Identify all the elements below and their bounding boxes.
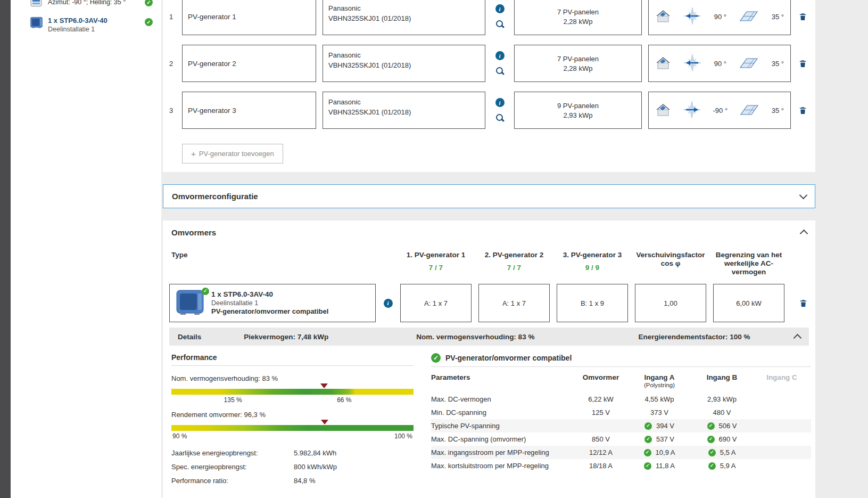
row-index: 2 [169,60,178,68]
col-input-c: Ingang C [753,373,811,381]
inverter-config-section-header[interactable]: Omvormerconfiguratie [163,184,815,208]
azimuth-value: 90 ° [714,13,726,21]
nominal-power-ratio: Nom. vermogensverhouding: 83 % [416,333,534,341]
generator-name-input[interactable] [182,45,316,82]
sidebar-item-inverter[interactable]: 1 x STP6.0-3AV-40 Deelinstallatie 1 [11,13,161,37]
nominal-ratio-gauge: Nom. vermogensverhouding: 83 % 135 % 66 … [171,374,414,395]
panel-power: 2,28 kWp [564,64,593,72]
column-type: Type [169,251,400,259]
delete-inverter-button[interactable] [799,298,808,308]
inverters-section-header[interactable]: Omvormers [169,228,809,237]
azimuth-value: 90 ° [714,60,726,68]
column-gen3: 3. PV-generator 3 9 / 9 [557,251,628,272]
stat-value: 84,8 % [294,477,414,485]
stat-label: Jaarlijkse energieopbrengst: [171,449,294,457]
panel-count: 9 PV-panelen [557,102,599,110]
stat-label: Performance ratio: [171,477,294,485]
check-icon [644,436,652,443]
orientation-field[interactable]: -90 ° 35 ° [648,92,791,129]
search-module-icon[interactable] [495,113,505,123]
module-select-field[interactable]: Panasonic VBHN325SKJ01 (01/2018) [323,45,485,82]
gauge-track: 135 % 66 % [171,389,414,395]
module-brand: Panasonic [328,97,480,107]
stat-value: 5.982,84 kWh [294,449,414,457]
panel-count-field[interactable]: 7 PV-panelen 2,28 kWp [514,45,642,82]
info-icon[interactable] [384,299,393,308]
performance-title: Performance [171,353,414,362]
gauge-tick: 90 % [172,432,187,440]
tilt-value: 35 ° [772,60,784,68]
gen1-string-config[interactable]: A: 1 x 7 [400,284,472,322]
ac-limit-value[interactable]: 6,00 kW [713,284,784,322]
col-input-a-sub: (Polystring) [627,381,691,389]
search-module-icon[interactable] [495,67,505,76]
compass-icon [683,101,700,120]
chevron-up-icon[interactable] [793,333,802,342]
check-icon [708,449,716,456]
check-icon [644,449,651,456]
gen2-string-count: 7 / 7 [478,264,550,272]
module-brand: Panasonic [328,3,480,13]
gen3-string-config[interactable]: B: 1 x 9 [557,284,628,322]
parameters-header-row: Parameters Omvormer Ingang A (Polystring… [431,373,811,389]
inverter-efficiency-gauge: Rendement omvormer: 96,3 % 90 % 100 % [171,411,414,431]
col-input-a: Ingang A (Polystring) [627,373,691,389]
pv-generator-row: 2 Panasonic VBHN325SKJ01 (01/2018) 7 PV-… [169,45,809,82]
sidebar-item-azimuth[interactable]: Azimut: -90 °; Helling: 35 ° [11,0,161,13]
check-icon [707,436,715,443]
panel-count-field[interactable]: 9 PV-panelen 2,93 kWp [514,92,642,129]
compass-icon [684,54,701,73]
generator-name-input[interactable] [182,0,316,35]
delete-generator-button[interactable] [798,59,807,69]
inverter-select-field[interactable]: 1 x STP6.0-3AV-40 Deelinstallatie 1 PV-g… [169,284,376,322]
chevron-down-icon[interactable] [799,191,808,200]
gauge-marker [320,383,328,388]
orientation-field[interactable]: 90 ° 35 ° [648,45,791,82]
inverter-status: PV-generator/omvormer compatibel [211,307,328,316]
details-label: Details [178,333,201,341]
module-select-field[interactable]: Panasonic VBHN325SKJ01 (01/2018) [323,0,485,35]
sidebar-azimuth-label: Azimut: -90 °; Helling: 35 ° [48,0,142,6]
delete-generator-button[interactable] [798,105,807,116]
row-index: 3 [169,107,178,115]
info-icon[interactable] [495,98,505,107]
cos-phi-value[interactable]: 1,00 [635,284,706,322]
orientation-field[interactable]: 90 ° 35 ° [648,0,791,35]
chevron-up-icon[interactable] [800,230,808,238]
section-title: Omvormerconfiguratie [172,192,258,201]
inverter-image [175,290,205,315]
panel-power: 2,93 kWp [564,111,593,119]
details-toggle-bar[interactable]: Details Piekvermogen: 7,48 kWp Nom. verm… [169,328,809,346]
gauge-tick: 135 % [224,396,242,404]
panel-power: 2,28 kWp [564,18,593,26]
search-module-icon[interactable] [495,20,505,29]
info-icon[interactable] [495,4,505,13]
gen1-string-count: 7 / 7 [400,264,472,272]
check-icon [707,422,715,430]
pv-generator-row: 3 Panasonic VBHN325SKJ01 (01/2018) 9 PV-… [169,92,809,129]
gen3-string-count: 9 / 9 [557,264,628,272]
delete-generator-button[interactable] [798,12,807,22]
module-select-field[interactable]: Panasonic VBHN325SKJ01 (01/2018) [323,92,485,129]
tilt-value: 35 ° [772,107,784,115]
sidebar-inverter-subtitle: Deelinstallatie 1 [48,25,142,34]
tilt-value: 35 ° [772,13,784,21]
gen2-string-config[interactable]: A: 1 x 7 [478,284,550,322]
module-brand: Panasonic [328,50,480,60]
column-ac-limit: Begrenzing van het werkelijke AC-vermoge… [713,251,784,276]
house-icon [655,9,671,25]
app-root: Azimut: -90 °; Helling: 35 ° 1 x STP6.0-… [0,0,868,498]
generator-name-input[interactable] [182,92,316,129]
add-generator-button[interactable]: PV-generator toevoegen [182,144,283,164]
parameter-row: Max. ingangsstroom per MPP-regeling 12/1… [431,446,811,459]
performance-stats: Jaarlijkse energieopbrengst: 5.982,84 kW… [171,449,414,485]
tilt-panel-icon [739,10,758,24]
performance-section: Performance Nom. vermogensverhouding: 83… [171,353,414,485]
project-tree-sidebar: Azimut: -90 °; Helling: 35 ° 1 x STP6.0-… [11,0,161,498]
parameters-table: Parameters Omvormer Ingang A (Polystring… [431,373,811,472]
check-icon [644,462,651,470]
panel-count-field[interactable]: 7 PV-panelen 2,28 kWp [514,0,642,35]
parameter-row: Max. DC-spanning (omvormer) 850 V 537 V … [431,432,811,446]
info-icon[interactable] [495,51,505,60]
inverter-icon [30,17,44,30]
